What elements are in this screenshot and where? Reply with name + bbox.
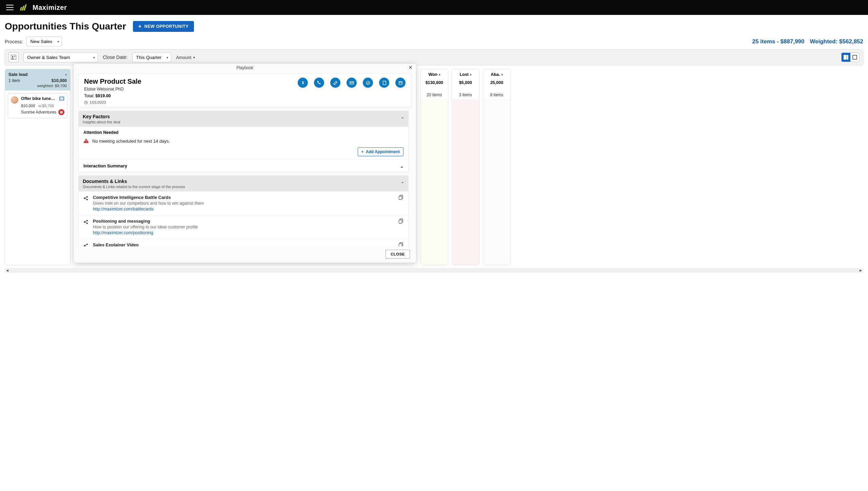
close-icon[interactable]: ✕ [409,65,413,70]
page-title: Opportunities This Quarter [5,21,126,32]
scroll-left-icon[interactable]: ◀ [5,268,10,273]
call-icon[interactable] [314,78,324,88]
log-sale-icon[interactable]: $ [298,78,308,88]
opportunity-card[interactable]: Offer bike tune up p... $10,000 w:$9,700… [8,93,67,118]
svg-point-20 [84,221,85,223]
stage-count: 8 items [486,93,508,97]
document-description: How to position our offering to our idea… [93,225,394,229]
mini-columns: Won› $130,600 20 items Lost› $5,000 3 it… [420,69,511,265]
document-title: Sales Explainer Video [93,242,394,246]
stage-count: 3 items [455,93,476,97]
copy-icon[interactable] [398,195,403,201]
svg-point-14 [86,196,88,198]
kanban-column-abandoned: Aba.› 25,000 8 items [483,69,511,265]
share-icon [83,196,88,202]
share-icon [83,243,88,246]
svg-rect-5 [853,55,857,59]
playbook-footer: CLOSE [74,246,416,263]
owner-value: Owner & Sales Team [27,55,70,60]
svg-point-2 [14,56,15,57]
document-link[interactable]: http://maximizer.com/battlecards [93,207,394,211]
interaction-summary-row[interactable]: Interaction Summary ⌃ [79,160,408,172]
documents-list: Competitive Intelligence Battle CardsGiv… [79,191,408,246]
owner-select[interactable]: Owner & Sales Team ▾ [23,53,98,62]
kanban-column-lost: Lost› $5,000 3 items [452,69,479,265]
expand-chevron-right-icon[interactable]: › [470,72,471,77]
brand-name: Maximizer [33,4,67,12]
svg-point-24 [86,244,88,245]
close-date-value: This Quarter [136,55,161,60]
app-header: Maximizer [0,0,868,15]
opportunity-total: Total: $919.00 [84,94,141,98]
scroll-right-icon[interactable]: ▶ [858,268,863,273]
process-summary-row: Process: New Sales ▾ 25 items - $887,990… [0,35,868,49]
attention-alert: No meeting scheduled for next 14 days. [83,138,403,144]
note-icon[interactable] [379,78,389,88]
svg-text:$: $ [302,81,304,85]
attention-needed-heading: Attention Needed [83,130,403,135]
horizontal-scrollbar[interactable]: ◀ ▶ [5,268,863,273]
single-view-icon[interactable] [850,53,859,62]
svg-rect-18 [399,196,402,200]
chevron-up-icon[interactable]: ⌃ [401,117,404,121]
playbook-header: Playbook ✕ [74,64,416,72]
expand-chevron-right-icon[interactable]: › [501,72,502,77]
close-button[interactable]: CLOSE [386,250,410,259]
playbook-header-text: Playbook [236,65,253,70]
task-icon[interactable] [363,78,373,88]
caret-down-icon: ▾ [166,56,168,59]
split-view-icon[interactable] [842,53,850,62]
documents-links-header[interactable]: Documents & Links Documents & Links rela… [79,176,408,191]
kanban-column-lead: Sale lead ‹ 1 item $10,000 weighted: $9,… [5,69,71,265]
stage-amount: $5,000 [455,80,476,85]
stage-count: 1 item [8,78,20,83]
process-label: Process: [5,39,23,44]
key-factors-header[interactable]: Key Factors Insights about the deal ⌃ [79,111,408,127]
card-company: Sunrise Adventures [21,110,56,115]
edit-icon[interactable] [330,78,340,88]
collapse-chevron-left-icon[interactable]: ‹ [65,72,67,77]
contact-filter-icon[interactable] [8,52,19,62]
close-date-select[interactable]: This Quarter ▾ [132,53,171,62]
calendar-icon[interactable] [395,78,406,88]
svg-rect-11 [399,81,402,84]
stage-name: Lost [460,72,469,77]
hamburger-menu-icon[interactable] [6,5,14,10]
copy-icon[interactable] [398,242,403,246]
stage-amount: 25,000 [486,80,508,85]
playbook-icon[interactable] [59,96,64,101]
process-select[interactable]: New Sales ▾ [26,37,62,46]
caret-down-icon: ▾ [57,40,59,43]
opportunity-title: New Product Sale [84,78,141,85]
copy-icon[interactable] [398,219,403,225]
playbook-scroll[interactable]: Key Factors Insights about the deal ⌃ At… [78,111,413,246]
add-appointment-label: Add Appointment [366,149,400,154]
expand-chevron-right-icon[interactable]: › [439,72,440,77]
add-appointment-button[interactable]: + Add Appointment [358,147,403,156]
email-icon[interactable] [347,78,357,88]
alert-text: No meeting scheduled for next 14 days. [92,139,170,144]
document-link[interactable]: http://maximizer.com/positioning [93,230,394,235]
stage-count: 20 items [423,93,445,97]
svg-rect-3 [844,55,847,60]
svg-rect-13 [86,142,86,143]
opportunity-contact: Eloise Weissnat PhD [84,87,141,91]
svg-point-10 [366,81,370,84]
chevron-up-icon[interactable]: ⌃ [401,181,404,186]
stage-amount: $130,600 [423,80,445,85]
stage-name: Sale lead [8,72,27,77]
svg-rect-28 [399,244,402,246]
stage-name: Aba. [491,72,500,77]
playbook-panel: Playbook ✕ New Product Sale Eloise Weiss… [73,63,416,263]
filter-toolbar: Owner & Sales Team ▾ Close Date: This Qu… [5,49,863,65]
svg-point-16 [86,199,88,200]
document-item: Positioning and messagingHow to position… [79,215,408,239]
chevron-down-icon[interactable]: ⌃ [400,164,403,168]
caret-down-icon: ▾ [93,56,95,59]
summary-weighted: Weighted: $562,852 [810,38,863,45]
key-factors-title: Key Factors [83,114,120,119]
amount-filter[interactable]: Amount ▾ [176,55,195,60]
new-opportunity-button[interactable]: + NEW OPPORTUNITY [133,21,194,32]
svg-point-25 [84,245,85,246]
svg-point-15 [84,198,85,199]
